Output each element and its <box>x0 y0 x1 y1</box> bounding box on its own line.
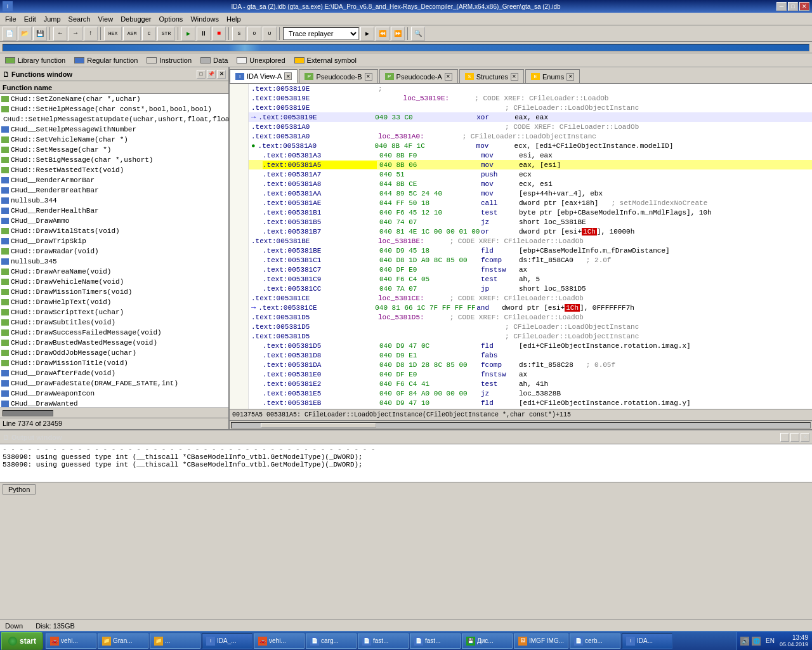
panel-pin[interactable]: 📌 <box>207 70 216 79</box>
func-hscroll[interactable] <box>0 408 228 418</box>
panel-close[interactable]: ✕ <box>217 70 226 79</box>
func-item-sethelpmessage[interactable]: CHud::SetHelpMessage(char const*,bool,bo… <box>0 104 228 114</box>
tb-back[interactable]: ← <box>53 27 67 41</box>
func-item-drawscripttext[interactable]: CHud::DrawScriptText(uchar) <box>0 307 228 317</box>
func-item-drawvitalstats[interactable]: CHud::DrawVitalStats(void) <box>0 226 228 236</box>
func-item-drawhelptext[interactable]: CHud::DrawHelpText(void) <box>0 297 228 307</box>
menu-windows[interactable]: Windows <box>187 14 223 24</box>
code-scroll[interactable]: .text:0053819E; .text:0053819E loc_53819… <box>249 84 812 409</box>
panel-restore[interactable]: □ <box>197 70 206 79</box>
tab-pseudo-b-close[interactable]: ✕ <box>365 73 372 81</box>
func-item-resetwastedtext[interactable]: CHud::ResetWastedText(void) <box>0 165 228 175</box>
task-carg[interactable]: 📄 carg... <box>306 633 357 649</box>
func-item-setzonename[interactable]: CHud::SetZoneName(char *,uchar) <box>0 94 228 104</box>
func-item-drawareaname[interactable]: CHud::DrawAreaName(void) <box>0 267 228 277</box>
func-item-renderarmorbar[interactable]: CHud__RenderArmorBar <box>0 175 228 185</box>
func-item-drawafterfade[interactable]: CHud__DrawAfterFade(void) <box>0 368 228 378</box>
func-item-sethelpmessagestat[interactable]: CHud::SetHelpMessageStatUpdate(uchar,ush… <box>0 114 228 124</box>
tb-save[interactable]: 💾 <box>33 27 47 41</box>
tb-out[interactable]: U <box>263 27 277 41</box>
tab-pseudocode-a[interactable]: P Pseudocode-A ✕ <box>379 69 458 83</box>
tb-over[interactable]: O <box>247 27 261 41</box>
task-cerb[interactable]: 📄 cerb... <box>570 633 620 649</box>
menu-file[interactable]: File <box>1 14 20 24</box>
tab-enums-close[interactable]: ✕ <box>566 73 574 81</box>
task-ida[interactable]: I IDA_... <box>202 633 252 649</box>
func-item-renderbreathbar[interactable]: CHud__RenderBreathBar <box>0 185 228 196</box>
func-item-nullsub344[interactable]: nullsub_344 <box>0 196 228 206</box>
python-tab[interactable]: Python <box>3 484 36 494</box>
tb-hex[interactable]: HEX <box>104 27 122 41</box>
menu-options[interactable]: Options <box>155 14 187 24</box>
func-item-setbigmessage[interactable]: CHud::SetBigMessage(char *,ushort) <box>0 155 228 165</box>
task-gran[interactable]: 📁 Gran... <box>98 633 148 649</box>
tb-new[interactable]: 📄 <box>3 27 16 41</box>
func-item-setvehiclename[interactable]: CHud::SetVehicleName(char *) <box>0 135 228 145</box>
menu-edit[interactable]: Edit <box>20 14 40 24</box>
func-item-drawmissiontimers[interactable]: CHud::DrawMissionTimers(void) <box>0 287 228 297</box>
output-maxrestore[interactable]: ↑ <box>790 433 799 442</box>
tab-ida-close[interactable]: ✕ <box>284 72 292 80</box>
func-item-drawvehiclename[interactable]: CHud::DrawVehicleName(void) <box>0 277 228 287</box>
func-item-drawfadestate[interactable]: CHud__DrawFadeState(DRAW_FADE_STATE,int) <box>0 378 228 388</box>
func-item-nullsub345[interactable]: nullsub_345 <box>0 256 228 267</box>
tb-trace-dropdown[interactable]: Trace replayer <box>283 27 359 40</box>
func-item-drawammo[interactable]: CHud__DrawAmmo <box>0 216 228 226</box>
task-img[interactable]: 🖼 IMGF IMG... <box>514 633 568 649</box>
tb-open[interactable]: 📂 <box>18 27 32 41</box>
func-item-drawweaponicon[interactable]: CHud__DrawWeaponIcon <box>0 388 228 399</box>
menu-debugger[interactable]: Debugger <box>117 14 155 24</box>
task-fast-2[interactable]: 📄 fast... <box>410 633 461 649</box>
tb-asm[interactable]: ASM <box>123 27 141 41</box>
func-item-drawradar[interactable]: CHud::DrawRadar(void) <box>0 246 228 256</box>
minimize-button[interactable]: ─ <box>776 2 787 11</box>
func-item-drawtripskip[interactable]: CHud__DrawTripSkip <box>0 236 228 246</box>
tab-ida-view-a[interactable]: I IDA View-A ✕ <box>230 69 298 83</box>
tb-struct[interactable]: STR <box>157 27 175 41</box>
task-fast-1[interactable]: 📄 fast... <box>358 633 409 649</box>
menu-help[interactable]: Help <box>223 14 245 24</box>
code-view[interactable]: .text:0053819E; .text:0053819E loc_53819… <box>230 84 812 409</box>
task-disk[interactable]: 💾 Дис... <box>462 633 513 649</box>
func-item-drawbustedwasted[interactable]: CHud::DrawBustedWastedMessage(void) <box>0 338 228 348</box>
hscroll-thumb[interactable] <box>261 423 376 428</box>
menu-view[interactable]: View <box>94 14 117 24</box>
tb-up[interactable]: ↑ <box>84 27 98 41</box>
func-item-drawsuccessfailed[interactable]: CHud::DrawSuccessFailedMessage(void) <box>0 328 228 338</box>
tb-pause[interactable]: ⏸ <box>197 27 211 41</box>
tb-forward[interactable]: → <box>69 27 82 41</box>
close-button[interactable]: ✕ <box>799 2 809 11</box>
task-vehi-2[interactable]: 🚗 vehi... <box>254 633 304 649</box>
func-item-drawmissiontitle[interactable]: CHud::DrawMissionTitle(void) <box>0 358 228 368</box>
tab-structures[interactable]: S Structures ✕ <box>459 69 524 83</box>
tb-stop[interactable]: ■ <box>212 27 226 41</box>
task-ida-2[interactable]: I IDA... <box>622 633 672 649</box>
tb-c[interactable]: C <box>142 27 156 41</box>
func-item-drawoddjob[interactable]: CHud::DrawOddJobMessage(uchar) <box>0 348 228 358</box>
tb-search[interactable]: 🔍 <box>411 27 425 41</box>
output-close[interactable]: ✕ <box>801 433 809 442</box>
start-button[interactable]: start <box>1 632 43 650</box>
output-restore[interactable]: □ <box>780 433 789 442</box>
menu-search[interactable]: Search <box>65 14 95 24</box>
tab-pseudo-a-close[interactable]: ✕ <box>445 73 452 81</box>
func-item-drawsubtitles[interactable]: CHud::DrawSubtitles(void) <box>0 317 228 328</box>
tb-trace-fwd[interactable]: ⏩ <box>391 27 405 41</box>
maximize-button[interactable]: □ <box>788 2 798 11</box>
hscroll-track[interactable] <box>231 422 811 428</box>
task-vehi-1[interactable]: 🚗 vehi... <box>46 633 96 649</box>
functions-list[interactable]: CHud::SetZoneName(char *,uchar) CHud::Se… <box>0 94 228 408</box>
tb-trace-play[interactable]: ▶ <box>360 27 374 41</box>
func-item-drawwanted[interactable]: CHud__DrawWanted <box>0 399 228 408</box>
func-item-renderhealthbar[interactable]: CHud__RenderHealthBar <box>0 206 228 216</box>
tb-trace-back[interactable]: ⏪ <box>376 27 390 41</box>
func-item-sethelpmessagenum[interactable]: CHud__SetHelpMessageWithNumber <box>0 124 228 135</box>
tb-run[interactable]: ▶ <box>181 27 195 41</box>
tab-structures-close[interactable]: ✕ <box>511 73 518 81</box>
tab-enums[interactable]: E Enums ✕ <box>525 69 580 83</box>
code-hscroll[interactable] <box>230 420 812 429</box>
task-folder[interactable]: 📁 ... <box>150 633 200 649</box>
tab-pseudocode-b[interactable]: P Pseudocode-B ✕ <box>299 69 377 83</box>
tb-step[interactable]: S <box>232 27 246 41</box>
menu-jump[interactable]: Jump <box>40 14 65 24</box>
